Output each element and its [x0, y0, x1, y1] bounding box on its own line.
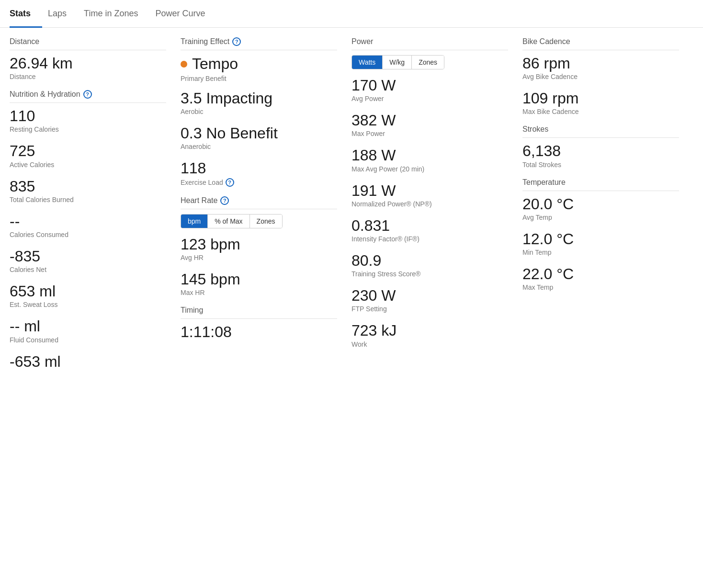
avg-power-label: Avg Power [352, 95, 508, 102]
nutrition-help-icon[interactable]: ? [83, 90, 92, 99]
intensity-factor-stat: 0.831 Intensity Factor® (IF®) [352, 217, 508, 243]
nutrition-header: Nutrition & Hydration ? [10, 90, 166, 103]
max-power-label: Max Power [352, 130, 508, 137]
fluid-net-stat: -653 ml [10, 353, 166, 370]
max-hr-value: 145 bpm [181, 271, 337, 288]
total-strokes-value: 6,138 [522, 143, 679, 159]
max-hr-stat: 145 bpm Max HR [181, 271, 337, 296]
avg-power-value: 170 W [352, 77, 508, 94]
total-strokes-label: Total Strokes [522, 161, 679, 169]
active-calories-stat: 725 Active Calories [10, 143, 166, 168]
calories-consumed-stat: -- Calories Consumed [10, 213, 166, 238]
min-temp-stat: 12.0 °C Min Temp [522, 231, 679, 256]
sweat-loss-stat: 653 ml Est. Sweat Loss [10, 283, 166, 308]
btn-watts[interactable]: Watts [352, 56, 383, 69]
btn-pct-of-max[interactable]: % of Max [208, 215, 249, 228]
bike-cadence-header: Bike Cadence [522, 37, 679, 50]
min-temp-value: 12.0 °C [522, 231, 679, 248]
calories-consumed-value: -- [10, 213, 166, 230]
resting-calories-value: 110 [10, 108, 166, 124]
ftp-label: FTP Setting [352, 305, 508, 313]
avg-hr-stat: 123 bpm Avg HR [181, 236, 337, 261]
avg-cadence-label: Avg Bike Cadence [522, 73, 679, 80]
avg-temp-value: 20.0 °C [522, 196, 679, 213]
exercise-load-stat: 118 Exercise Load ? [181, 160, 337, 186]
timing-value: 1:11:08 [181, 324, 337, 340]
active-calories-value: 725 [10, 143, 166, 159]
timing-label: Timing [181, 306, 203, 315]
strokes-header: Strokes [522, 125, 679, 138]
distance-label: Distance [10, 37, 39, 46]
training-effect-label: Training Effect [181, 37, 229, 46]
exercise-load-help-icon[interactable]: ? [226, 178, 234, 187]
calories-consumed-label: Calories Consumed [10, 231, 166, 238]
max-cadence-label: Max Bike Cadence [522, 108, 679, 115]
max-temp-stat: 22.0 °C Max Temp [522, 266, 679, 291]
anaerobic-label: Anaerobic [181, 143, 337, 150]
btn-wkg[interactable]: W/kg [383, 56, 412, 69]
normalized-power-stat: 191 W Normalized Power® (NP®) [352, 182, 508, 208]
fluid-consumed-label: Fluid Consumed [10, 336, 166, 344]
max-avg-power-value: 188 W [352, 147, 508, 164]
avg-temp-stat: 20.0 °C Avg Temp [522, 196, 679, 221]
intensity-factor-label: Intensity Factor® (IF®) [352, 235, 508, 243]
training-effect-primary: Tempo [181, 55, 337, 73]
tab-bar: Stats Laps Time in Zones Power Curve [0, 0, 703, 28]
sweat-loss-label: Est. Sweat Loss [10, 301, 166, 308]
timing-stat: 1:11:08 [181, 324, 337, 340]
avg-hr-value: 123 bpm [181, 236, 337, 253]
intensity-factor-value: 0.831 [352, 217, 508, 234]
anaerobic-stat: 0.3 No Benefit Anaerobic [181, 125, 337, 150]
btn-power-zones[interactable]: Zones [412, 56, 444, 69]
calories-net-label: Calories Net [10, 266, 166, 273]
max-cadence-stat: 109 rpm Max Bike Cadence [522, 90, 679, 115]
tss-stat: 80.9 Training Stress Score® [352, 252, 508, 278]
min-temp-label: Min Temp [522, 249, 679, 256]
primary-benefit-label: Primary Benefit [181, 75, 337, 82]
power-btn-group: Watts W/kg Zones [352, 55, 444, 69]
tab-power-curve[interactable]: Power Curve [155, 0, 216, 28]
aerobic-value: 3.5 Impacting [181, 90, 337, 107]
exercise-load-label: Exercise Load ? [181, 178, 337, 187]
tab-stats[interactable]: Stats [10, 0, 42, 28]
temperature-label: Temperature [522, 178, 566, 187]
max-temp-label: Max Temp [522, 283, 679, 291]
active-calories-label: Active Calories [10, 161, 166, 169]
column-3: Power Watts W/kg Zones 170 W Avg Power 3… [352, 37, 522, 380]
fluid-consumed-value: -- ml [10, 318, 166, 335]
sweat-loss-value: 653 ml [10, 283, 166, 300]
distance-header: Distance [10, 37, 166, 50]
work-value: 723 kJ [352, 322, 508, 339]
distance-stat: 26.94 km Distance [10, 55, 166, 80]
normalized-power-label: Normalized Power® (NP®) [352, 200, 508, 208]
btn-bpm[interactable]: bpm [181, 215, 208, 228]
calories-net-stat: -835 Calories Net [10, 248, 166, 273]
training-effect-help-icon[interactable]: ? [232, 37, 241, 46]
ftp-stat: 230 W FTP Setting [352, 287, 508, 313]
avg-cadence-value: 86 rpm [522, 55, 679, 72]
max-avg-power-label: Max Avg Power (20 min) [352, 165, 508, 173]
column-1: Distance 26.94 km Distance Nutrition & H… [10, 37, 181, 380]
avg-cadence-stat: 86 rpm Avg Bike Cadence [522, 55, 679, 80]
ftp-value: 230 W [352, 287, 508, 304]
power-label: Power [352, 37, 373, 46]
total-calories-label: Total Calories Burned [10, 196, 166, 204]
avg-hr-label: Avg HR [181, 254, 337, 261]
heart-rate-label: Heart Rate [181, 196, 217, 205]
tab-time-in-zones[interactable]: Time in Zones [84, 0, 149, 28]
total-calories-value: 835 [10, 178, 166, 195]
anaerobic-value: 0.3 No Benefit [181, 125, 337, 142]
column-4: Bike Cadence 86 rpm Avg Bike Cadence 109… [522, 37, 693, 380]
heart-rate-btn-group: bpm % of Max Zones [181, 214, 283, 228]
heart-rate-help-icon[interactable]: ? [220, 196, 229, 205]
total-strokes-stat: 6,138 Total Strokes [522, 143, 679, 168]
max-avg-power-stat: 188 W Max Avg Power (20 min) [352, 147, 508, 172]
distance-sublabel: Distance [10, 73, 166, 80]
max-cadence-value: 109 rpm [522, 90, 679, 107]
max-power-stat: 382 W Max Power [352, 112, 508, 137]
tab-laps[interactable]: Laps [48, 0, 78, 28]
total-calories-stat: 835 Total Calories Burned [10, 178, 166, 204]
training-effect-header: Training Effect ? [181, 37, 337, 50]
btn-hr-zones[interactable]: Zones [250, 215, 282, 228]
temperature-header: Temperature [522, 178, 679, 191]
